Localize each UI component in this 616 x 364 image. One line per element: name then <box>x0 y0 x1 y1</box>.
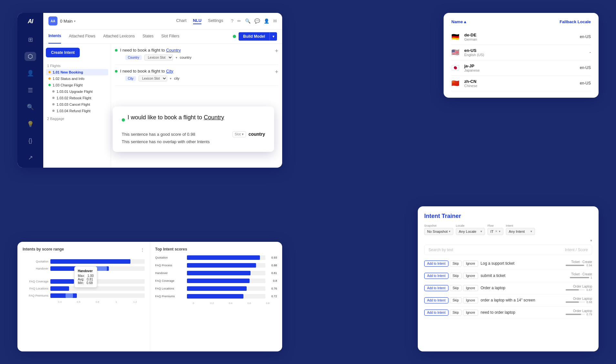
bar-fill-faq-coverage <box>50 279 74 284</box>
score-val-faq-coverage: 0.8 <box>268 279 277 282</box>
bar-fill-quotation <box>50 259 130 264</box>
add-to-intent-4[interactable]: Add to Intent <box>424 310 448 316</box>
trainer-expand-icon[interactable]: ▾ <box>590 238 592 243</box>
intent-item-new-booking[interactable]: 1.01 New Booking <box>46 69 108 75</box>
trainer-row-1: Add to Intent Skip Ignore submit a ticke… <box>424 270 592 282</box>
score-val-handover: 0.81 <box>268 271 277 275</box>
utterance-tooltip-panel: I would like to book a flight to Country… <box>113 106 274 152</box>
trainer-intent-score-0: Ticket · Create 0.94 <box>566 260 592 267</box>
utterance-text-0: I need to book a flight to Country <box>120 48 272 53</box>
user-icon[interactable]: 👤 <box>264 18 269 24</box>
chat-icon[interactable]: 💬 <box>254 18 260 24</box>
subtab-states[interactable]: States <box>142 30 153 44</box>
score-val-faq-premiums: 0.72 <box>268 295 277 298</box>
skip-4[interactable]: Skip <box>450 310 462 316</box>
ignore-4[interactable]: Ignore <box>463 310 478 316</box>
trainer-actions-1: Add to Intent Skip Ignore <box>424 273 478 279</box>
filter-flow-label: Flow <box>488 224 503 227</box>
skip-0[interactable]: Skip <box>450 261 462 267</box>
locale-fallback-de: en-US <box>580 34 591 39</box>
build-model-button-group: Build Model ▾ <box>233 32 277 41</box>
chart-left-axis: 0.4 0.6 0.8 1 1.2 <box>50 300 145 303</box>
trainer-intent-score-3: Order Laptop 0.68 <box>566 297 592 304</box>
ignore-2[interactable]: Ignore <box>463 285 478 291</box>
trainer-text-0: Log a support ticket <box>481 261 563 266</box>
slot-row-0: Country Lexicon Slot ▾ country <box>125 54 272 61</box>
skip-2[interactable]: Skip <box>450 285 462 291</box>
chart-more-menu[interactable]: ⋮ <box>140 247 145 252</box>
brand-badge: AA <box>48 16 57 25</box>
create-intent-button[interactable]: Create Intent <box>46 48 80 57</box>
sidebar-icon-lexicons[interactable]: ☰ <box>25 86 36 95</box>
tooltip-slot-dropdown[interactable]: Slot ▾ <box>232 131 246 137</box>
filter-snapshot-select[interactable]: No Snapshot ▾ <box>424 228 453 235</box>
trainer-row-4: Add to Intent Skip Ignore need to order … <box>424 307 592 319</box>
intent-item-change-flight[interactable]: 1.03 Change Flight <box>46 82 108 88</box>
score-label-faq-premiums: FAQ Premiums <box>155 295 184 298</box>
ignore-3[interactable]: Ignore <box>463 297 478 303</box>
trainer-actions-0: Add to Intent Skip Ignore <box>424 261 478 267</box>
tab-settings[interactable]: Settings <box>208 18 223 24</box>
score-bar-faq-coverage: FAQ Coverage 0.8 <box>155 279 277 283</box>
ignore-1[interactable]: Ignore <box>463 273 478 279</box>
slot-name-1: city <box>174 76 180 80</box>
subtab-lexicons[interactable]: Attached Lexicons <box>103 30 135 44</box>
trainer-text-2: Order a laptop <box>481 286 563 290</box>
score-label-faq-locations: FAQ Locations <box>155 287 184 290</box>
trainer-actions-4: Add to Intent Skip Ignore <box>424 310 478 316</box>
sidebar-icon-code[interactable]: {} <box>25 136 36 145</box>
chart-top-scores: Top Intent scores Quotation 0.93 FAQ Pro… <box>150 242 282 351</box>
slot-type-select-1[interactable]: Lexicon Slot <box>139 75 167 82</box>
locale-header: Name ▴ Fallback Locale <box>451 19 591 24</box>
subtab-slot-fillers[interactable]: Slot Fillers <box>161 30 179 44</box>
skip-1[interactable]: Skip <box>450 273 462 279</box>
skip-3[interactable]: Skip <box>450 297 462 303</box>
filter-intent-select[interactable]: Any Intent ▾ <box>506 228 535 235</box>
add-to-intent-3[interactable]: Add to Intent <box>424 297 448 303</box>
build-model-dropdown[interactable]: ▾ <box>270 32 277 41</box>
intent-item-cancel[interactable]: 1.03.03 Cancel Flight <box>46 101 108 108</box>
score-track-faq-coverage <box>187 279 266 283</box>
help-icon[interactable]: ? <box>231 18 233 24</box>
search-icon[interactable]: 🔍 <box>245 18 251 24</box>
intent-item-upgrade[interactable]: 1.03.01 Upgrade Flight <box>46 88 108 95</box>
feather-icon[interactable]: ✏ <box>237 18 241 24</box>
sidebar-icon-export[interactable]: ↗ <box>25 153 36 162</box>
bar-label-faq-coverage: FAQ Coverage <box>23 280 48 283</box>
chart-tooltip-title: Handover <box>78 269 94 273</box>
filter-flow-clear[interactable]: ✕ <box>495 230 498 233</box>
sidebar-icon-flows[interactable]: 👤 <box>25 69 36 78</box>
trainer-search[interactable]: Search by text Intent / Score <box>424 245 592 255</box>
subtab-intents[interactable]: Intents <box>48 30 61 44</box>
sidebar-icon-intents[interactable]: ⬡ <box>25 52 36 61</box>
filter-flow-select[interactable]: IT ✕ ▾ <box>488 228 503 235</box>
locale-panel: Name ▴ Fallback Locale 🇩🇪 de-DE German e… <box>444 13 599 98</box>
add-to-intent-2[interactable]: Add to Intent <box>424 285 448 291</box>
build-model-main-btn[interactable]: Build Model <box>239 32 270 41</box>
locale-flag-zh: 🇨🇳 <box>451 80 460 86</box>
add-utterance-0[interactable]: + <box>275 48 278 54</box>
sidebar-icon-idea[interactable]: 💡 <box>25 119 36 128</box>
nav-tabs: Chart NLU Settings <box>176 18 223 24</box>
sidebar-icon-grid[interactable]: ⊞ <box>25 35 36 44</box>
filter-locale-select[interactable]: Any Locale ▾ <box>456 228 485 235</box>
intent-item-rebook[interactable]: 1.03.02 Rebook Flight <box>46 95 108 101</box>
sidebar-icon-search[interactable]: 🔍 <box>25 103 36 112</box>
chart-tooltip-min-val: 0.68 <box>87 281 93 285</box>
message-icon[interactable]: ✉ <box>273 18 277 24</box>
subtab-flows[interactable]: Attached Flows <box>69 30 95 44</box>
ignore-0[interactable]: Ignore <box>463 261 478 267</box>
utterance-row-1: I need to book a flight to City City Lex… <box>115 69 278 86</box>
tab-chart[interactable]: Chart <box>176 18 187 24</box>
trainer-search-col-header: Intent / Score <box>565 248 588 252</box>
add-to-intent-1[interactable]: Add to Intent <box>424 273 448 279</box>
main-branch[interactable]: 0 Main ▾ <box>60 19 76 24</box>
charts-panel: Intents by score range ⋮ Quotation Hando… <box>17 242 282 351</box>
add-utterance-1[interactable]: + <box>275 69 278 75</box>
intent-item-refund[interactable]: 1.03.04 Refund Flight <box>46 108 108 114</box>
add-to-intent-0[interactable]: Add to Intent <box>424 261 448 267</box>
intent-item-status[interactable]: 1.02 Status and Info <box>46 75 108 82</box>
tab-nlu[interactable]: NLU <box>193 18 202 24</box>
app-logo: AI <box>28 18 33 25</box>
slot-type-select-0[interactable]: Lexicon Slot <box>144 54 173 61</box>
